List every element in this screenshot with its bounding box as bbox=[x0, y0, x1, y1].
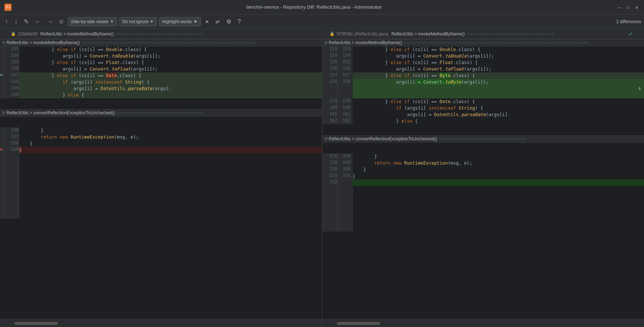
table-row bbox=[322, 205, 644, 212]
right-header: 🔒 5f78f38c (ReflectUtils.java) ReflectUt… bbox=[326, 29, 644, 39]
highlight-label: Highlight words bbox=[162, 19, 192, 24]
copy-button[interactable]: ⊡ bbox=[57, 18, 65, 25]
right-section-header-2: ▽ ReflectUtils > convertReflectionExcept… bbox=[322, 135, 644, 143]
table-row: 328 } bbox=[0, 140, 322, 147]
right-scrollbar[interactable] bbox=[322, 319, 644, 327]
table-row: 158 if (args[i] instanceof String) { bbox=[0, 79, 322, 85]
window-controls: — ☐ ✕ bbox=[617, 4, 640, 10]
table-row bbox=[0, 186, 322, 192]
table-row bbox=[322, 199, 644, 205]
table-row bbox=[322, 218, 644, 225]
scroll-up-button[interactable]: ↑ bbox=[3, 17, 10, 26]
table-row: 158 158 args[i] = Convert.toByte(args[i]… bbox=[322, 79, 644, 98]
table-row: 155 } else if (cs[i] == Float.class) { bbox=[0, 59, 322, 66]
table-row bbox=[0, 173, 322, 179]
table-row bbox=[322, 225, 644, 232]
table-row: 161 161 args[i] = DateUtils.parseDate(ar… bbox=[322, 111, 644, 118]
right-commit-id: 5f78f38c (ReflectUtils.java) bbox=[337, 31, 388, 37]
table-row bbox=[0, 153, 322, 160]
sync-button[interactable]: ⇄ bbox=[213, 18, 222, 26]
highlight-arrow: ▼ bbox=[193, 19, 198, 24]
table-row: 155 155 } else if (cs[i] == Float.class)… bbox=[322, 59, 644, 66]
close-button[interactable]: ✕ bbox=[634, 4, 640, 10]
table-row: 331 331 } bbox=[322, 173, 644, 179]
table-row: 156 156 args[i] = Convert.toFloat(args[i… bbox=[322, 66, 644, 72]
table-row: 160 } else { bbox=[0, 92, 322, 98]
table-row: 154 args[i] = Convert.toDouble(args[i]); bbox=[0, 53, 322, 59]
diff-container: ▽ ReflectUtils > invokeMethodByName() ∿∿… bbox=[0, 39, 644, 319]
right-panel: ▽ ReflectUtils > invokeMethodByName() ∿∿… bbox=[322, 39, 644, 319]
table-row bbox=[0, 179, 322, 186]
left-breadcrumb: ReflectUtils > invokeMethodByName() bbox=[40, 31, 113, 37]
table-row: 328 328 } bbox=[322, 153, 644, 160]
ignore-label: Do not ignore bbox=[123, 19, 149, 24]
ignore-dropdown[interactable]: Do not ignore ▼ bbox=[119, 17, 157, 26]
right-scrollbar-thumb[interactable] bbox=[337, 322, 380, 325]
left-commit-id: 109d6e99 bbox=[18, 31, 37, 37]
left-panel: ▽ ReflectUtils > invokeMethodByName() ∿∿… bbox=[0, 39, 322, 319]
table-row bbox=[322, 212, 644, 218]
app-icon: IJ bbox=[4, 4, 12, 11]
maximize-button[interactable]: ☐ bbox=[625, 4, 631, 10]
table-row: 159 159 } else if (cs[i] == Date.class) … bbox=[322, 98, 644, 105]
side-by-side-label: Side-by-side viewer bbox=[71, 19, 109, 24]
table-row: 330 330 } bbox=[322, 166, 644, 173]
right-breadcrumb: ReflectUtils > invokeMethodByName() bbox=[391, 31, 465, 37]
scrollbar-area bbox=[0, 319, 644, 327]
title-bar: IJ tienchin-service - Repository Diff: R… bbox=[0, 0, 644, 14]
right-section-header-1: ▽ ReflectUtils > invokeMethodByName() ∿∿… bbox=[322, 39, 644, 46]
left-section-header-2: ▽ ReflectUtils > convertReflectionExcept… bbox=[0, 109, 322, 116]
table-row: 162 162 } else { bbox=[322, 118, 644, 124]
back-button[interactable]: ← bbox=[33, 17, 43, 26]
table-row bbox=[322, 192, 644, 199]
settings-button[interactable]: ⚙ bbox=[224, 17, 233, 26]
left-scrollbar-thumb[interactable] bbox=[14, 322, 58, 325]
section-header-row: ▽ ReflectUtils > convertReflectionExcept… bbox=[0, 98, 322, 127]
window-title: tienchin-service - Repository Diff: Refl… bbox=[14, 4, 614, 10]
forward-button[interactable]: → bbox=[45, 17, 55, 26]
left-header: 🔒 109d6e99 ReflectUtils > invokeMethodBy… bbox=[0, 29, 326, 39]
table-row: 326 } bbox=[0, 127, 322, 134]
table-row: 153 153 } else if (cs[i] == Double.class… bbox=[322, 46, 644, 53]
table-row bbox=[0, 205, 322, 212]
left-scrollbar[interactable] bbox=[0, 319, 322, 327]
right-check-icon: ✓ bbox=[628, 30, 633, 37]
table-row: ▶ 157 } else if (cs[i] == Date.class) { bbox=[0, 72, 322, 79]
table-row bbox=[322, 186, 644, 192]
side-by-side-dropdown[interactable]: Side-by-side viewer ▼ bbox=[68, 17, 117, 26]
section-header-row: ▽ ReflectUtils > convertReflectionExcept… bbox=[322, 124, 644, 153]
table-row: 327 return new RuntimeException(msg, e); bbox=[0, 134, 322, 140]
ignore-arrow: ▼ bbox=[150, 20, 154, 24]
table-row: ▶ 329 } bbox=[0, 147, 322, 153]
table-row: 329 329 return new RuntimeException(msg,… bbox=[322, 160, 644, 166]
scroll-down-button[interactable]: ↓ bbox=[12, 17, 20, 26]
side-by-side-arrow: ▼ bbox=[110, 20, 114, 24]
minimize-button[interactable]: — bbox=[617, 4, 622, 10]
table-row: 154 154 args[i] = Convert.toDouble(args[… bbox=[322, 53, 644, 59]
right-code-table: 153 153 } else if (cs[i] == Double.class… bbox=[322, 46, 644, 232]
help-button[interactable]: ? bbox=[236, 17, 243, 26]
right-code-scroll[interactable]: 153 153 } else if (cs[i] == Double.class… bbox=[322, 46, 644, 319]
left-code-table: 153 } else if (cs[i] == Double.class) { … bbox=[0, 46, 322, 218]
left-section-header-1: ▽ ReflectUtils > invokeMethodByName() ∿∿… bbox=[0, 39, 322, 46]
diff-headers: 🔒 109d6e99 ReflectUtils > invokeMethodBy… bbox=[0, 29, 644, 39]
table-row bbox=[0, 192, 322, 199]
highlight-dropdown[interactable]: Highlight words ▼ bbox=[159, 17, 201, 26]
table-row bbox=[0, 160, 322, 166]
diff-count: 2 differences bbox=[617, 19, 641, 24]
close-highlight-button[interactable]: ✕ bbox=[203, 18, 211, 25]
table-row: 156 args[i] = Convert.toFloat(args[i]); bbox=[0, 66, 322, 72]
table-row bbox=[0, 212, 322, 218]
table-row bbox=[0, 166, 322, 173]
toolbar: ↑ ↓ ✎ ← → ⊡ Side-by-side viewer ▼ Do not… bbox=[0, 14, 644, 29]
table-row: 157 157 } else if (cs[i] == Byte.class) … bbox=[322, 72, 644, 79]
left-code-scroll[interactable]: 153 } else if (cs[i] == Double.class) { … bbox=[0, 46, 322, 319]
edit-button[interactable]: ✎ bbox=[22, 17, 31, 26]
table-row: 160 160 if (args[i] instanceof String) { bbox=[322, 105, 644, 111]
table-row: 153 } else if (cs[i] == Double.class) { bbox=[0, 46, 322, 53]
table-row bbox=[0, 199, 322, 205]
table-row: 159 args[i] = DateUtils.parseDate(args[: bbox=[0, 85, 322, 92]
table-row: 332 bbox=[322, 179, 644, 186]
